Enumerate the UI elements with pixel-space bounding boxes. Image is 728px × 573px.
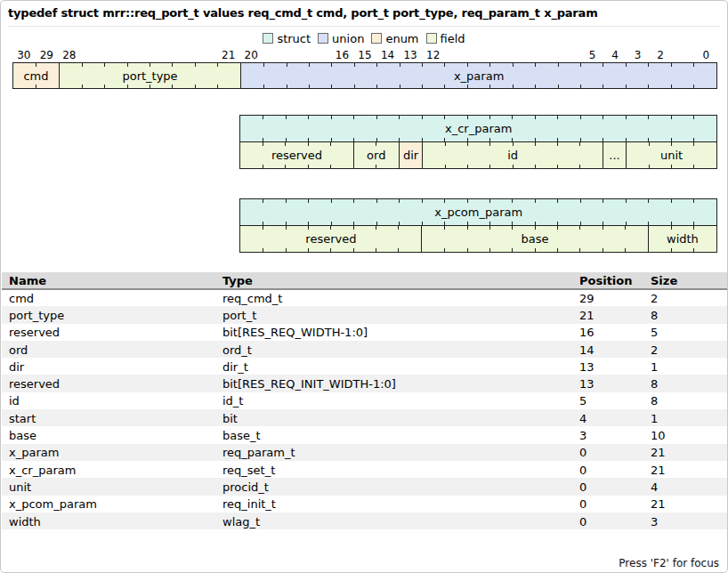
row-x-cr-param-header: x_cr_param bbox=[239, 115, 717, 142]
cell-position: 21 bbox=[572, 306, 643, 323]
bit-tick bbox=[489, 85, 490, 88]
field-label-reserved: reserved bbox=[271, 149, 322, 162]
table-row-base[interactable]: basebase_t310 bbox=[2, 426, 728, 443]
bit-tick bbox=[671, 85, 672, 88]
bit-tick bbox=[353, 116, 354, 119]
legend-label-field: field bbox=[441, 32, 465, 45]
bit-tick bbox=[579, 226, 580, 230]
bit-number-label-12: 12 bbox=[426, 49, 440, 61]
bit-number-label-2: 2 bbox=[657, 49, 664, 61]
bit-number-label-3: 3 bbox=[635, 49, 642, 61]
bit-tick bbox=[693, 142, 694, 146]
table-row-id[interactable]: idid_t58 bbox=[2, 392, 728, 409]
bit-tick bbox=[172, 85, 173, 88]
bit-number-label-14: 14 bbox=[381, 49, 394, 61]
bit-tick bbox=[467, 226, 468, 230]
bit-tick bbox=[308, 199, 309, 203]
field-label-port_type: port_type bbox=[122, 69, 177, 83]
bit-tick bbox=[603, 199, 603, 203]
table-row-dir[interactable]: dirdir_t131 bbox=[2, 358, 728, 375]
cell-type: req_param_t bbox=[215, 444, 572, 461]
cell-size: 4 bbox=[643, 478, 728, 495]
cell-position: 13 bbox=[572, 375, 643, 391]
field-cell-dir[interactable]: dir bbox=[399, 142, 422, 168]
field-cell-reserved[interactable]: reserved bbox=[240, 226, 421, 252]
cell-name: start bbox=[2, 409, 215, 426]
cell-position: 16 bbox=[572, 324, 643, 341]
bit-tick bbox=[467, 165, 468, 168]
field-cell-width[interactable]: width bbox=[648, 226, 716, 252]
row-x-pcom-param-header: x_pcom_param bbox=[239, 198, 717, 226]
bit-tick bbox=[263, 85, 264, 88]
bit-tick bbox=[376, 142, 376, 146]
table-row-x_pcom_param[interactable]: x_pcom_paramreq_init_t021 bbox=[2, 496, 728, 512]
bit-tick bbox=[217, 63, 218, 67]
cell-size: 8 bbox=[643, 306, 728, 323]
bit-tick bbox=[535, 142, 536, 146]
cell-size: 2 bbox=[643, 289, 728, 306]
table-row-reserved[interactable]: reservedbit[RES_REQ_INIT_WIDTH-1:0]138 bbox=[2, 375, 728, 391]
bit-number-label-21: 21 bbox=[222, 49, 235, 61]
table-row-x_cr_param[interactable]: x_cr_paramreq_set_t021 bbox=[2, 461, 728, 478]
bit-number-label-0: 0 bbox=[702, 49, 709, 61]
table-row-reserved[interactable]: reservedbit[RES_REQ_WIDTH-1:0]165 bbox=[2, 324, 728, 341]
table-row-x_param[interactable]: x_paramreq_param_t021 bbox=[2, 444, 728, 461]
bit-tick bbox=[376, 199, 377, 203]
bit-tick bbox=[399, 199, 400, 203]
bitfield-viewer-window: typedef struct mrr::req_port_t values re… bbox=[0, 0, 728, 573]
bit-tick bbox=[580, 116, 581, 119]
legend: structunionenumfield bbox=[1, 30, 727, 46]
table-row-cmd[interactable]: cmdreq_cmd_t292 bbox=[2, 289, 728, 306]
struct-header-x_cr_param[interactable]: x_cr_param bbox=[240, 116, 716, 141]
bit-tick bbox=[286, 248, 287, 252]
field-cell-id[interactable]: id bbox=[422, 142, 603, 168]
bit-tick bbox=[444, 116, 445, 119]
table-row-port_type[interactable]: port_typeport_t218 bbox=[2, 306, 728, 323]
struct-header-x_pcom_param[interactable]: x_pcom_param bbox=[240, 199, 716, 225]
field-color-swatch bbox=[426, 33, 437, 44]
cell-position: 4 bbox=[572, 409, 643, 426]
cell-name: reserved bbox=[2, 375, 215, 391]
bit-tick bbox=[263, 63, 264, 67]
table-row-unit[interactable]: unitprocid_t04 bbox=[2, 478, 728, 495]
bit-tick bbox=[557, 248, 558, 252]
cell-position: 0 bbox=[572, 512, 643, 529]
bit-tick bbox=[513, 85, 514, 88]
bit-tick bbox=[579, 165, 580, 168]
bit-tick bbox=[354, 85, 355, 88]
cell-size: 10 bbox=[643, 426, 728, 443]
bit-tick bbox=[693, 248, 694, 252]
table-row-start[interactable]: startbit41 bbox=[2, 409, 728, 426]
field-cell-unit[interactable]: unit bbox=[626, 142, 716, 168]
cell-name: ord bbox=[2, 341, 215, 358]
table-row-width[interactable]: widthwlag_t03 bbox=[2, 512, 728, 529]
bit-tick bbox=[400, 63, 400, 67]
table-row-ord[interactable]: ordord_t142 bbox=[2, 341, 728, 358]
bit-tick bbox=[693, 165, 694, 168]
field-cell-base[interactable]: base bbox=[421, 226, 648, 252]
bit-tick bbox=[557, 142, 558, 146]
field-label-unit: unit bbox=[660, 149, 683, 162]
cell-type: ord_t bbox=[215, 341, 572, 358]
bit-tick bbox=[489, 248, 490, 252]
field-cell-x_param[interactable]: x_param bbox=[240, 63, 716, 88]
bit-tick bbox=[286, 199, 287, 203]
field-cell-port_type[interactable]: port_type bbox=[59, 63, 240, 88]
field-cell-ord[interactable]: ord bbox=[353, 142, 399, 168]
bit-tick bbox=[444, 248, 445, 252]
bit-tick bbox=[535, 226, 536, 230]
bit-tick bbox=[263, 226, 263, 230]
bit-tick bbox=[671, 63, 672, 67]
legend-item-field: field bbox=[426, 32, 465, 45]
bit-tick bbox=[535, 199, 536, 203]
bit-tick bbox=[104, 63, 105, 67]
field-cell-dotdotdot[interactable]: ... bbox=[603, 142, 626, 168]
bit-number-label-15: 15 bbox=[358, 49, 371, 61]
bit-tick bbox=[330, 165, 331, 168]
field-cell-cmd[interactable]: cmd bbox=[13, 63, 59, 88]
bit-tick bbox=[648, 199, 649, 203]
bit-tick bbox=[330, 142, 331, 146]
cell-size: 3 bbox=[643, 512, 728, 529]
bit-tick bbox=[444, 63, 445, 67]
field-cell-reserved[interactable]: reserved bbox=[240, 142, 352, 168]
